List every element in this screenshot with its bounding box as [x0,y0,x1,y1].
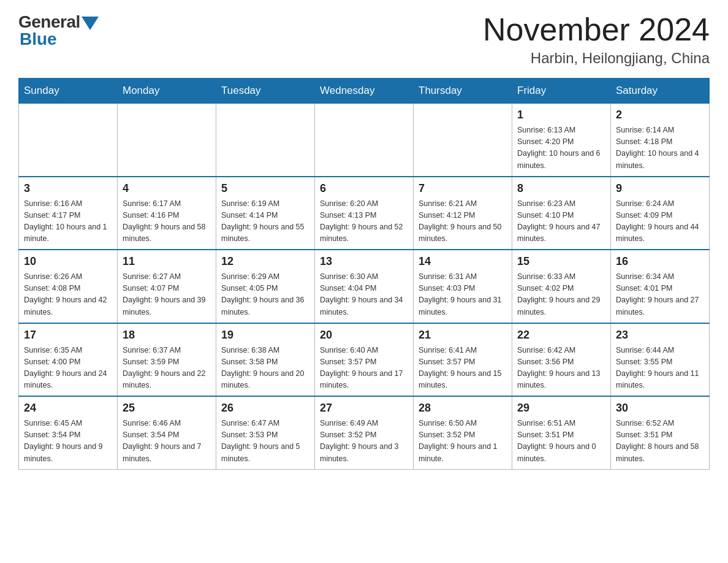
calendar-cell: 7Sunrise: 6:21 AM Sunset: 4:12 PM Daylig… [414,177,512,250]
day-info: Sunrise: 6:34 AM Sunset: 4:01 PM Dayligh… [616,272,699,316]
day-number: 26 [221,402,309,415]
calendar-cell: 11Sunrise: 6:27 AM Sunset: 4:07 PM Dayli… [118,250,216,323]
day-info: Sunrise: 6:41 AM Sunset: 3:57 PM Dayligh… [419,346,502,389]
calendar-cell: 20Sunrise: 6:40 AM Sunset: 3:57 PM Dayli… [315,323,414,397]
day-info: Sunrise: 6:40 AM Sunset: 3:57 PM Dayligh… [320,346,403,389]
day-number: 17 [24,329,112,342]
day-info: Sunrise: 6:35 AM Sunset: 4:00 PM Dayligh… [24,346,107,389]
calendar-cell [414,104,512,177]
day-info: Sunrise: 6:21 AM Sunset: 4:12 PM Dayligh… [419,199,502,243]
calendar-cell: 4Sunrise: 6:17 AM Sunset: 4:16 PM Daylig… [118,177,216,250]
week-row-3: 10Sunrise: 6:26 AM Sunset: 4:08 PM Dayli… [19,250,710,323]
calendar-cell: 26Sunrise: 6:47 AM Sunset: 3:53 PM Dayli… [216,396,315,469]
day-info: Sunrise: 6:42 AM Sunset: 3:56 PM Dayligh… [517,346,601,389]
day-number: 11 [123,255,211,268]
day-info: Sunrise: 6:20 AM Sunset: 4:13 PM Dayligh… [320,199,403,243]
calendar-body: 1Sunrise: 6:13 AM Sunset: 4:20 PM Daylig… [19,104,710,470]
title-area: November 2024 Harbin, Heilongjiang, Chin… [483,12,710,67]
calendar-cell: 2Sunrise: 6:14 AM Sunset: 4:18 PM Daylig… [611,104,710,177]
day-number: 18 [123,329,211,342]
day-info: Sunrise: 6:33 AM Sunset: 4:02 PM Dayligh… [517,272,601,316]
calendar-cell: 23Sunrise: 6:44 AM Sunset: 3:55 PM Dayli… [611,323,710,397]
day-info: Sunrise: 6:52 AM Sunset: 3:51 PM Dayligh… [616,419,699,462]
logo: General Blue [18,12,99,49]
day-number: 19 [221,329,309,342]
day-info: Sunrise: 6:30 AM Sunset: 4:04 PM Dayligh… [320,272,403,316]
day-number: 22 [517,329,605,342]
day-info: Sunrise: 6:46 AM Sunset: 3:54 PM Dayligh… [123,419,202,462]
day-number: 27 [320,402,408,415]
calendar-cell: 5Sunrise: 6:19 AM Sunset: 4:14 PM Daylig… [216,177,315,250]
day-info: Sunrise: 6:29 AM Sunset: 4:05 PM Dayligh… [221,272,305,316]
day-number: 1 [517,109,605,121]
calendar-cell: 19Sunrise: 6:38 AM Sunset: 3:58 PM Dayli… [216,323,315,397]
calendar-cell: 24Sunrise: 6:45 AM Sunset: 3:54 PM Dayli… [19,396,118,469]
day-info: Sunrise: 6:19 AM Sunset: 4:14 PM Dayligh… [221,199,305,243]
day-number: 21 [419,329,507,342]
calendar-cell: 22Sunrise: 6:42 AM Sunset: 3:56 PM Dayli… [512,323,611,397]
weekday-header-wednesday: Wednesday [315,79,414,104]
day-info: Sunrise: 6:45 AM Sunset: 3:54 PM Dayligh… [24,419,103,462]
day-number: 15 [517,255,605,268]
weekday-header-saturday: Saturday [611,79,710,104]
day-number: 20 [320,329,408,342]
calendar-cell: 18Sunrise: 6:37 AM Sunset: 3:59 PM Dayli… [118,323,216,397]
day-number: 25 [123,402,211,415]
day-number: 8 [517,182,605,195]
week-row-4: 17Sunrise: 6:35 AM Sunset: 4:00 PM Dayli… [19,323,710,397]
calendar-cell [216,104,315,177]
weekday-header-tuesday: Tuesday [216,79,315,104]
day-info: Sunrise: 6:17 AM Sunset: 4:16 PM Dayligh… [123,199,206,243]
day-info: Sunrise: 6:51 AM Sunset: 3:51 PM Dayligh… [517,419,596,462]
weekday-header-friday: Friday [512,79,611,104]
weekday-header-row: SundayMondayTuesdayWednesdayThursdayFrid… [19,79,710,104]
week-row-5: 24Sunrise: 6:45 AM Sunset: 3:54 PM Dayli… [19,396,710,469]
day-number: 13 [320,255,408,268]
day-number: 14 [419,255,507,268]
day-number: 6 [320,182,408,195]
calendar-cell: 30Sunrise: 6:52 AM Sunset: 3:51 PM Dayli… [611,396,710,469]
month-title: November 2024 [483,12,710,47]
calendar-cell: 10Sunrise: 6:26 AM Sunset: 4:08 PM Dayli… [19,250,118,323]
weekday-header-monday: Monday [118,79,216,104]
location-subtitle: Harbin, Heilongjiang, China [483,50,710,67]
day-info: Sunrise: 6:23 AM Sunset: 4:10 PM Dayligh… [517,199,601,243]
calendar-cell: 12Sunrise: 6:29 AM Sunset: 4:05 PM Dayli… [216,250,315,323]
page-header: General Blue November 2024 Harbin, Heilo… [18,12,710,67]
calendar-cell: 8Sunrise: 6:23 AM Sunset: 4:10 PM Daylig… [512,177,611,250]
calendar-cell: 9Sunrise: 6:24 AM Sunset: 4:09 PM Daylig… [611,177,710,250]
day-info: Sunrise: 6:38 AM Sunset: 3:58 PM Dayligh… [221,346,305,389]
calendar-header: SundayMondayTuesdayWednesdayThursdayFrid… [19,79,710,104]
day-number: 4 [123,182,211,195]
calendar-cell: 13Sunrise: 6:30 AM Sunset: 4:04 PM Dayli… [315,250,414,323]
weekday-header-thursday: Thursday [414,79,512,104]
week-row-1: 1Sunrise: 6:13 AM Sunset: 4:20 PM Daylig… [19,104,710,177]
day-info: Sunrise: 6:31 AM Sunset: 4:03 PM Dayligh… [419,272,502,316]
day-number: 12 [221,255,309,268]
day-info: Sunrise: 6:14 AM Sunset: 4:18 PM Dayligh… [616,126,699,169]
day-info: Sunrise: 6:13 AM Sunset: 4:20 PM Dayligh… [517,126,601,169]
day-info: Sunrise: 6:37 AM Sunset: 3:59 PM Dayligh… [123,346,206,389]
day-number: 2 [616,109,704,121]
day-info: Sunrise: 6:16 AM Sunset: 4:17 PM Dayligh… [24,199,107,243]
calendar-cell: 21Sunrise: 6:41 AM Sunset: 3:57 PM Dayli… [414,323,512,397]
calendar-cell: 6Sunrise: 6:20 AM Sunset: 4:13 PM Daylig… [315,177,414,250]
calendar-cell: 28Sunrise: 6:50 AM Sunset: 3:52 PM Dayli… [414,396,512,469]
calendar-cell: 16Sunrise: 6:34 AM Sunset: 4:01 PM Dayli… [611,250,710,323]
day-info: Sunrise: 6:44 AM Sunset: 3:55 PM Dayligh… [616,346,699,389]
calendar-cell [315,104,414,177]
calendar-cell [19,104,118,177]
calendar-cell: 27Sunrise: 6:49 AM Sunset: 3:52 PM Dayli… [315,396,414,469]
calendar-cell: 25Sunrise: 6:46 AM Sunset: 3:54 PM Dayli… [118,396,216,469]
day-number: 29 [517,402,605,415]
day-number: 30 [616,402,704,415]
calendar-cell: 3Sunrise: 6:16 AM Sunset: 4:17 PM Daylig… [19,177,118,250]
calendar-cell [118,104,216,177]
day-info: Sunrise: 6:50 AM Sunset: 3:52 PM Dayligh… [419,419,498,462]
day-number: 24 [24,402,112,415]
calendar-cell: 17Sunrise: 6:35 AM Sunset: 4:00 PM Dayli… [19,323,118,397]
day-info: Sunrise: 6:24 AM Sunset: 4:09 PM Dayligh… [616,199,699,243]
day-number: 9 [616,182,704,195]
day-info: Sunrise: 6:49 AM Sunset: 3:52 PM Dayligh… [320,419,399,462]
week-row-2: 3Sunrise: 6:16 AM Sunset: 4:17 PM Daylig… [19,177,710,250]
